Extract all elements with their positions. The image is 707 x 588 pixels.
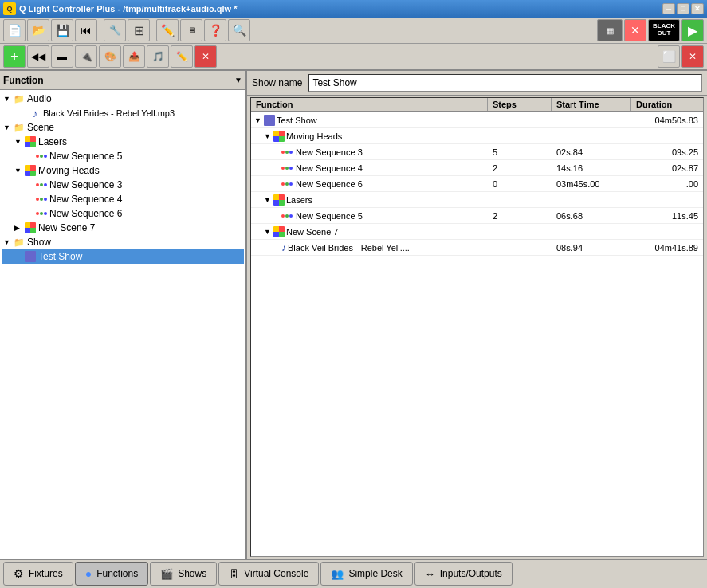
table-cell-steps: 0 xyxy=(488,178,552,190)
toggle-moving-heads-icon[interactable]: ▼ xyxy=(14,167,24,174)
open-button[interactable]: 📂 xyxy=(27,19,49,41)
row1-toggle-icon[interactable]: ▼ xyxy=(264,132,272,140)
row4-seq-icon xyxy=(281,182,293,186)
table-cell-duration: 02s.87 xyxy=(631,163,703,174)
table-cell-steps xyxy=(488,120,552,121)
table-row[interactable]: ▼ Moving Heads xyxy=(251,128,703,144)
table-row[interactable]: ▼ New Scene 7 xyxy=(251,224,703,240)
toggle-scene-icon[interactable]: ▼ xyxy=(3,123,13,131)
table-cell-duration xyxy=(631,231,703,233)
toggle-show-icon[interactable]: ▼ xyxy=(3,238,13,246)
magnify-button[interactable]: 🔍 xyxy=(228,19,250,41)
tree-item-show-folder[interactable]: ▼ 📁 Show xyxy=(2,235,244,249)
go-button[interactable]: ▶ xyxy=(681,19,704,41)
table-row[interactable]: New Sequence 4 2 14s.16 02s.87 xyxy=(251,160,703,176)
left-panel-header: Function ▼ xyxy=(0,71,245,90)
delete-function-button[interactable]: ✕ xyxy=(194,45,217,68)
tree-label-seq3: New Sequence 3 xyxy=(49,179,122,190)
table-cell-function: New Sequence 3 xyxy=(251,147,488,158)
show-name-bar: Show name xyxy=(247,71,707,96)
new-button[interactable]: 📄 xyxy=(3,19,26,41)
show-name-input[interactable] xyxy=(308,74,702,92)
close-window-button[interactable]: ✕ xyxy=(691,3,704,14)
tree-item-moving-heads[interactable]: ▼ Moving Heads xyxy=(2,163,244,178)
tree-item-scene-folder[interactable]: ▼ 📁 Scene xyxy=(2,120,244,135)
table-cell-start: 08s.94 xyxy=(552,242,631,253)
row4-label: New Sequence 6 xyxy=(296,179,363,189)
tree-item-lasers[interactable]: ▼ Lasers xyxy=(2,135,244,149)
input-plugin-button[interactable]: 🔌 xyxy=(75,45,97,68)
fixture-groups-button[interactable]: ⊞ xyxy=(128,19,150,41)
edit-button[interactable]: ✏️ xyxy=(156,19,179,41)
shows-tab[interactable]: 🎬 Shows xyxy=(150,562,217,586)
unknown1-button[interactable]: ▬ xyxy=(51,45,73,68)
functions-tab-icon: ● xyxy=(85,567,92,580)
color-picker-button[interactable]: 🎨 xyxy=(99,45,121,68)
virtual-console-tab[interactable]: 🎛 Virtual Console xyxy=(218,562,319,586)
table-cell-duration xyxy=(631,199,703,201)
table-row[interactable]: ▼ Test Show 04m50s.83 xyxy=(251,112,703,128)
table-row[interactable]: New Sequence 5 2 06s.68 11s.45 xyxy=(251,208,703,224)
tree-item-test-show[interactable]: Test Show xyxy=(2,249,244,264)
row7-toggle-icon[interactable]: ▼ xyxy=(264,228,272,236)
table-cell-duration: 04m41s.89 xyxy=(631,242,703,253)
minimize-button[interactable]: ─ xyxy=(662,3,675,14)
dmx-map-button[interactable]: ▦ xyxy=(597,19,623,41)
audio-note-icon: ♪ xyxy=(29,108,41,119)
save-as-button[interactable]: ⏮ xyxy=(75,19,97,41)
edit-function-button[interactable]: ✏️ xyxy=(171,45,193,68)
maximize-button[interactable]: □ xyxy=(677,3,689,14)
output-button[interactable]: 📤 xyxy=(123,45,145,68)
tree-item-audio-file[interactable]: ♪ Black Veil Brides - Rebel Yell.mp3 xyxy=(2,106,244,120)
fixtures-tab-label: Fixtures xyxy=(29,568,63,579)
audio-button[interactable]: 🎵 xyxy=(147,45,169,68)
toggle-scene7-icon[interactable]: ▶ xyxy=(14,224,24,232)
table-row[interactable]: ▼ Lasers xyxy=(251,192,703,208)
row5-toggle-icon[interactable]: ▼ xyxy=(264,196,272,204)
blackout-button[interactable]: BLACKOUT xyxy=(648,19,680,41)
stop-button[interactable]: ⬜ xyxy=(658,45,680,68)
tree-item-seq3[interactable]: New Sequence 3 xyxy=(2,178,244,192)
close-panel-button[interactable]: ✕ xyxy=(681,45,704,68)
tree-item-audio-folder[interactable]: ▼ 📁 Audio xyxy=(2,92,244,106)
left-panel: Function ▼ ▼ 📁 Audio ♪ Black Veil Brides… xyxy=(0,71,247,559)
tree-item-seq5[interactable]: New Sequence 5 xyxy=(2,149,244,163)
row5-scene-icon xyxy=(273,194,285,206)
tree-item-seq4[interactable]: New Sequence 4 xyxy=(2,192,244,206)
add-function-button[interactable]: + xyxy=(3,45,26,68)
toggle-lasers-icon[interactable]: ▼ xyxy=(14,138,24,146)
back-button[interactable]: ◀◀ xyxy=(27,45,49,68)
table-cell-function: ▼ New Scene 7 xyxy=(251,225,488,238)
virtual-console-tab-icon: 🎛 xyxy=(229,568,239,580)
moving-heads-scene-icon xyxy=(24,165,37,176)
inputs-outputs-tab[interactable]: ↔ Inputs/Outputs xyxy=(414,562,513,586)
app-icon: Q xyxy=(3,2,16,15)
table-cell-function: ▼ Test Show xyxy=(251,114,488,127)
tree-item-seq6[interactable]: New Sequence 6 xyxy=(2,206,244,221)
save-button[interactable]: 💾 xyxy=(51,19,73,41)
functions-tab[interactable]: ● Functions xyxy=(75,562,149,586)
help-button[interactable]: ❓ xyxy=(204,19,226,41)
monitor-button[interactable]: 🖥 xyxy=(180,19,202,41)
table-cell-function: New Sequence 4 xyxy=(251,163,488,174)
close-btn[interactable]: ✕ xyxy=(624,19,646,41)
table-cell-steps xyxy=(488,247,552,249)
table-cell-function: ▼ Moving Heads xyxy=(251,130,488,143)
dropdown-arrow-icon[interactable]: ▼ xyxy=(234,76,242,84)
table-row[interactable]: New Sequence 6 0 03m45s.00 .00 xyxy=(251,176,703,192)
fixtures-mgr-button[interactable]: 🔧 xyxy=(104,19,126,41)
fixtures-tab[interactable]: ⚙ Fixtures xyxy=(3,562,73,586)
title-bar-buttons[interactable]: ─ □ ✕ xyxy=(662,3,704,14)
table-cell-start: 03m45s.00 xyxy=(552,178,631,190)
table-cell-function: ▼ Lasers xyxy=(251,194,488,206)
table-row[interactable]: ♪ Black Veil Brides - Rebel Yell.... 08s… xyxy=(251,240,703,256)
row0-toggle-icon[interactable]: ▼ xyxy=(254,116,262,124)
table-cell-steps: 2 xyxy=(488,163,552,174)
tree-item-new-scene7[interactable]: ▶ New Scene 7 xyxy=(2,221,244,235)
table-row[interactable]: New Sequence 3 5 02s.84 09s.25 xyxy=(251,144,703,160)
simple-desk-tab[interactable]: 👥 Simple Desk xyxy=(320,562,412,586)
toggle-audio-icon[interactable]: ▼ xyxy=(3,95,13,103)
row1-label: Moving Heads xyxy=(286,131,342,141)
row3-label: New Sequence 4 xyxy=(296,163,363,173)
function-table: Function Steps Start Time Duration ▼ Tes… xyxy=(250,97,704,557)
